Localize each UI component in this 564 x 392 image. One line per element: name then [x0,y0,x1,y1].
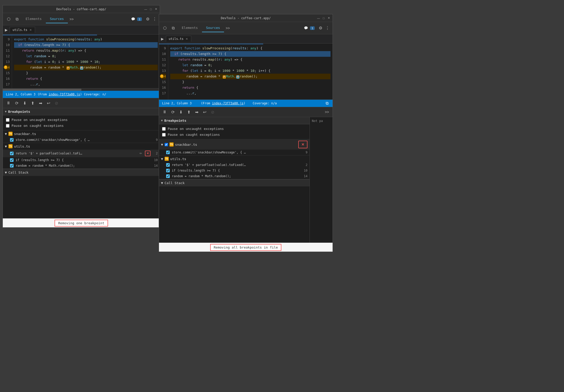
right-bp-utils-item-3[interactable]: random = random * Math.random(); 14 [159,173,310,179]
right-pause-caught-row[interactable]: Pause on caught exceptions [162,132,306,138]
left-pause-caught-row[interactable]: Pause on caught exceptions [6,123,157,129]
right-file-tab-utils[interactable]: utils.ts ✕ [166,36,191,42]
right-bp-utils-cb-1[interactable] [166,163,170,167]
right-source-link[interactable]: index-73f73a80.js [212,102,243,105]
right-continue-btn[interactable]: ➡ [194,109,200,116]
right-bp-utils-header[interactable]: ▼ TS utils.ts [159,155,310,162]
left-bp-section-title: Breakpoints [8,110,30,114]
right-more-tabs-btn[interactable]: >> [224,25,231,31]
left-bp-snackbar-cb-1[interactable] [10,138,14,142]
left-more-tabs-btn[interactable]: >> [68,16,75,22]
right-skip-btn[interactable]: ⊘ [209,109,216,116]
right-tab-elements[interactable]: Elements [178,24,202,32]
left-bp-utils-cb-3[interactable] [10,164,14,167]
left-cursor-icon[interactable]: ⬡ [5,16,13,23]
right-maximize-btn[interactable]: □ [322,16,325,20]
left-sidebar-toggle-btn[interactable]: ▶ [4,27,9,33]
left-call-stack-header[interactable]: ▼ Call Stack [3,169,160,176]
left-bp-edit-btn[interactable]: ✏ [139,151,143,155]
left-layers-icon[interactable]: ⧉ [14,16,20,23]
right-pause-uncaught-checkbox[interactable] [162,127,166,131]
right-removing-all-label: Removing all breakpoints in file [214,245,278,249]
right-breakpoints-header[interactable]: ▼ Breakpoints [159,117,310,124]
right-step-into-btn[interactable]: ⬇ [178,109,184,116]
right-bp-utils-item-1[interactable]: return '$' + parseFloat(value).toFixed(…… [159,162,310,168]
right-window-title: DevTools - coffee-cart.app/ [221,16,271,20]
left-step-over-btn[interactable]: ⟳ [14,100,20,107]
right-bp-snackbar-line-1: 9 [302,151,307,154]
right-bottom-label: Removing all breakpoints in file [210,244,281,251]
left-step-into-btn[interactable]: ⬇ [22,100,28,107]
left-deactivate-btn[interactable]: ↩ [45,100,52,107]
right-deactivate-btn[interactable]: ↩ [201,109,208,116]
right-step-over-btn[interactable]: ⟳ [170,109,176,116]
left-file-tab-utils[interactable]: utils.ts ✕ [10,27,35,33]
right-file-tab-close-btn[interactable]: ✕ [185,37,188,41]
right-code-line-13: for (let i = 0; i < 1000 * 1000 * 10; i+… [170,68,331,74]
right-bp-utils-text-3: random = random * Math.random(); [172,174,300,178]
left-code-line-15: } [14,70,158,76]
right-bp-utils-item-2[interactable]: if (results.length >= 7) { 10 [159,168,310,173]
right-layers-icon[interactable]: ⧉ [170,25,177,31]
right-bp-snackbar-group: ▼ TS snackbar.ts ✕ store.commit('snackba… [159,139,310,155]
left-bp-utils-item-1[interactable]: return '$' + parseFloat(value).toFi… ✏ ✕… [3,150,160,157]
left-maximize-btn[interactable]: □ [149,7,153,11]
left-step-out-btn[interactable]: ⬆ [29,100,36,107]
left-bp-utils-cb-1[interactable] [10,152,14,155]
left-bp-snackbar-header[interactable]: ▼ TS snackbar.ts [3,130,160,137]
right-sidebar-toggle-btn[interactable]: ▶ [160,36,165,42]
left-bp-snackbar-item-1[interactable]: store.commit('snackbar/showMessage', { …… [3,137,160,143]
left-snackbar-filename: snackbar.ts [14,132,158,136]
right-bp-snackbar-item-1[interactable]: store.commit('snackbar/showMessage', { …… [159,150,310,155]
right-devtools-window: DevTools - coffee-cart.app/ — □ ✕ ⬡ ⧉ El… [159,14,333,252]
left-skip-btn[interactable]: ⊘ [53,100,60,107]
right-file-tab-bar: ▶ utils.ts ✕ [159,34,333,43]
left-console-badge-btn[interactable]: 💬 1 [129,16,144,22]
left-minimize-btn[interactable]: — [144,7,147,11]
left-pause-uncaught-row[interactable]: Pause on uncaught exceptions [6,117,157,123]
right-pause-uncaught-label: Pause on uncaught exceptions [168,127,224,131]
right-bp-delete-all-btn[interactable]: ✕ [298,141,307,148]
right-snackbar-ts-icon: TS [169,142,174,147]
left-tab-sources[interactable]: Sources [46,15,68,23]
right-bp-snackbar-file-cb[interactable] [165,143,168,146]
left-pause-uncaught-checkbox[interactable] [6,118,9,122]
left-bp-delete-btn[interactable]: ✕ [145,151,151,156]
right-call-stack-header[interactable]: ▼ Call Stack [159,179,310,186]
right-status-panel-btn[interactable]: ⧉ [325,100,329,107]
right-bp-snackbar-header[interactable]: ▼ TS snackbar.ts ✕ [159,139,310,150]
left-source-link[interactable]: index-73f73a80.js [49,93,80,96]
left-breakpoints-header[interactable]: ▼ Breakpoints [3,108,160,115]
left-bp-utils-cb-2[interactable] [10,158,14,162]
right-toolbar-more-btn[interactable]: >> [323,109,331,115]
left-bp-utils-header[interactable]: ▼ TS utils.ts [3,143,160,150]
right-minimize-btn[interactable]: — [317,16,320,20]
right-bp-utils-cb-2[interactable] [166,169,170,172]
left-line-11-num: 11 [5,48,10,53]
right-bp-utils-cb-3[interactable] [166,174,170,178]
left-close-btn[interactable]: ✕ [154,7,158,11]
left-bp-utils-item-2[interactable]: if (results.length >= 7) { 10 [3,157,160,163]
left-tab-elements[interactable]: Elements [22,15,46,23]
left-pause-btn[interactable]: ⏸ [5,100,12,106]
right-tab-sources[interactable]: Sources [202,24,224,32]
left-continue-btn[interactable]: ➡ [37,100,44,107]
right-pause-btn[interactable]: ⏸ [161,109,168,115]
right-close-btn[interactable]: ✕ [327,16,331,20]
right-console-badge-btn[interactable]: 💬 1 [302,25,317,31]
right-cursor-icon[interactable]: ⬡ [161,25,169,31]
right-bp-utils-group: ▼ TS utils.ts return '$' + parseFloat(va… [159,155,310,179]
left-settings-btn[interactable]: ⚙ [145,16,151,23]
left-code-line-17: ...r, [14,82,158,87]
right-pause-uncaught-row[interactable]: Pause on uncaught exceptions [162,126,306,132]
right-pause-caught-checkbox[interactable] [162,133,166,137]
right-more-btn[interactable]: ⋮ [324,25,331,31]
right-settings-btn[interactable]: ⚙ [318,25,323,31]
right-bp-snackbar-cb-1[interactable] [166,151,170,154]
left-file-tab-close-btn[interactable]: ✕ [29,28,32,32]
left-bp-utils-text-1: return '$' + parseFloat(value).toFi… [16,152,137,155]
left-pause-caught-checkbox[interactable] [6,124,9,128]
left-more-btn[interactable]: ⋮ [152,16,158,23]
right-step-out-btn[interactable]: ⬆ [186,109,192,116]
left-bp-utils-item-3[interactable]: random = random * Math.random(); 14 [3,163,160,169]
